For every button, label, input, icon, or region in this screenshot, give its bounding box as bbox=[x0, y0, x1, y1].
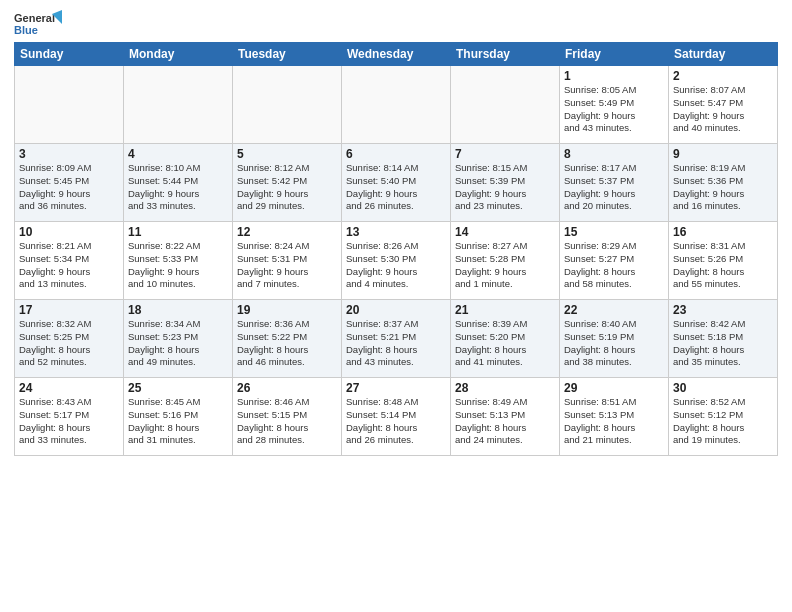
calendar-day-cell: 28Sunrise: 8:49 AM Sunset: 5:13 PM Dayli… bbox=[451, 378, 560, 456]
calendar-col-header: Tuesday bbox=[233, 43, 342, 66]
calendar-day-cell: 17Sunrise: 8:32 AM Sunset: 5:25 PM Dayli… bbox=[15, 300, 124, 378]
calendar-day-cell: 10Sunrise: 8:21 AM Sunset: 5:34 PM Dayli… bbox=[15, 222, 124, 300]
day-number: 28 bbox=[455, 381, 555, 395]
day-number: 23 bbox=[673, 303, 773, 317]
logo-icon: GeneralBlue bbox=[14, 10, 64, 36]
page-header: GeneralBlue bbox=[14, 10, 778, 36]
calendar-day-cell: 21Sunrise: 8:39 AM Sunset: 5:20 PM Dayli… bbox=[451, 300, 560, 378]
day-number: 4 bbox=[128, 147, 228, 161]
day-info: Sunrise: 8:27 AM Sunset: 5:28 PM Dayligh… bbox=[455, 240, 555, 291]
day-number: 8 bbox=[564, 147, 664, 161]
day-number: 3 bbox=[19, 147, 119, 161]
calendar-day-cell: 9Sunrise: 8:19 AM Sunset: 5:36 PM Daylig… bbox=[669, 144, 778, 222]
calendar-day-cell bbox=[15, 66, 124, 144]
day-info: Sunrise: 8:26 AM Sunset: 5:30 PM Dayligh… bbox=[346, 240, 446, 291]
svg-text:General: General bbox=[14, 12, 55, 24]
calendar-col-header: Friday bbox=[560, 43, 669, 66]
day-number: 25 bbox=[128, 381, 228, 395]
calendar-day-cell: 26Sunrise: 8:46 AM Sunset: 5:15 PM Dayli… bbox=[233, 378, 342, 456]
day-number: 30 bbox=[673, 381, 773, 395]
calendar-day-cell: 8Sunrise: 8:17 AM Sunset: 5:37 PM Daylig… bbox=[560, 144, 669, 222]
day-info: Sunrise: 8:14 AM Sunset: 5:40 PM Dayligh… bbox=[346, 162, 446, 213]
calendar-day-cell: 7Sunrise: 8:15 AM Sunset: 5:39 PM Daylig… bbox=[451, 144, 560, 222]
calendar-week-row: 10Sunrise: 8:21 AM Sunset: 5:34 PM Dayli… bbox=[15, 222, 778, 300]
day-number: 12 bbox=[237, 225, 337, 239]
day-number: 17 bbox=[19, 303, 119, 317]
day-number: 1 bbox=[564, 69, 664, 83]
day-info: Sunrise: 8:48 AM Sunset: 5:14 PM Dayligh… bbox=[346, 396, 446, 447]
day-number: 21 bbox=[455, 303, 555, 317]
calendar-day-cell: 4Sunrise: 8:10 AM Sunset: 5:44 PM Daylig… bbox=[124, 144, 233, 222]
day-info: Sunrise: 8:21 AM Sunset: 5:34 PM Dayligh… bbox=[19, 240, 119, 291]
day-info: Sunrise: 8:32 AM Sunset: 5:25 PM Dayligh… bbox=[19, 318, 119, 369]
day-info: Sunrise: 8:10 AM Sunset: 5:44 PM Dayligh… bbox=[128, 162, 228, 213]
calendar-week-row: 24Sunrise: 8:43 AM Sunset: 5:17 PM Dayli… bbox=[15, 378, 778, 456]
calendar-day-cell: 3Sunrise: 8:09 AM Sunset: 5:45 PM Daylig… bbox=[15, 144, 124, 222]
day-info: Sunrise: 8:29 AM Sunset: 5:27 PM Dayligh… bbox=[564, 240, 664, 291]
day-number: 6 bbox=[346, 147, 446, 161]
day-info: Sunrise: 8:12 AM Sunset: 5:42 PM Dayligh… bbox=[237, 162, 337, 213]
calendar-day-cell: 18Sunrise: 8:34 AM Sunset: 5:23 PM Dayli… bbox=[124, 300, 233, 378]
calendar-col-header: Thursday bbox=[451, 43, 560, 66]
calendar-table: SundayMondayTuesdayWednesdayThursdayFrid… bbox=[14, 42, 778, 456]
day-number: 13 bbox=[346, 225, 446, 239]
day-number: 7 bbox=[455, 147, 555, 161]
day-info: Sunrise: 8:24 AM Sunset: 5:31 PM Dayligh… bbox=[237, 240, 337, 291]
day-info: Sunrise: 8:15 AM Sunset: 5:39 PM Dayligh… bbox=[455, 162, 555, 213]
calendar-col-header: Monday bbox=[124, 43, 233, 66]
day-number: 22 bbox=[564, 303, 664, 317]
day-info: Sunrise: 8:42 AM Sunset: 5:18 PM Dayligh… bbox=[673, 318, 773, 369]
calendar-week-row: 3Sunrise: 8:09 AM Sunset: 5:45 PM Daylig… bbox=[15, 144, 778, 222]
day-number: 15 bbox=[564, 225, 664, 239]
day-info: Sunrise: 8:43 AM Sunset: 5:17 PM Dayligh… bbox=[19, 396, 119, 447]
calendar-day-cell bbox=[124, 66, 233, 144]
day-info: Sunrise: 8:49 AM Sunset: 5:13 PM Dayligh… bbox=[455, 396, 555, 447]
calendar-day-cell: 15Sunrise: 8:29 AM Sunset: 5:27 PM Dayli… bbox=[560, 222, 669, 300]
day-number: 24 bbox=[19, 381, 119, 395]
day-info: Sunrise: 8:22 AM Sunset: 5:33 PM Dayligh… bbox=[128, 240, 228, 291]
day-number: 5 bbox=[237, 147, 337, 161]
calendar-day-cell: 11Sunrise: 8:22 AM Sunset: 5:33 PM Dayli… bbox=[124, 222, 233, 300]
day-info: Sunrise: 8:17 AM Sunset: 5:37 PM Dayligh… bbox=[564, 162, 664, 213]
day-number: 2 bbox=[673, 69, 773, 83]
day-info: Sunrise: 8:07 AM Sunset: 5:47 PM Dayligh… bbox=[673, 84, 773, 135]
calendar-col-header: Sunday bbox=[15, 43, 124, 66]
calendar-day-cell: 30Sunrise: 8:52 AM Sunset: 5:12 PM Dayli… bbox=[669, 378, 778, 456]
calendar-day-cell: 27Sunrise: 8:48 AM Sunset: 5:14 PM Dayli… bbox=[342, 378, 451, 456]
logo: GeneralBlue bbox=[14, 10, 64, 36]
calendar-day-cell: 2Sunrise: 8:07 AM Sunset: 5:47 PM Daylig… bbox=[669, 66, 778, 144]
day-info: Sunrise: 8:45 AM Sunset: 5:16 PM Dayligh… bbox=[128, 396, 228, 447]
day-number: 9 bbox=[673, 147, 773, 161]
calendar-day-cell: 25Sunrise: 8:45 AM Sunset: 5:16 PM Dayli… bbox=[124, 378, 233, 456]
day-number: 29 bbox=[564, 381, 664, 395]
day-info: Sunrise: 8:34 AM Sunset: 5:23 PM Dayligh… bbox=[128, 318, 228, 369]
day-number: 16 bbox=[673, 225, 773, 239]
calendar-day-cell bbox=[451, 66, 560, 144]
day-info: Sunrise: 8:46 AM Sunset: 5:15 PM Dayligh… bbox=[237, 396, 337, 447]
calendar-day-cell: 1Sunrise: 8:05 AM Sunset: 5:49 PM Daylig… bbox=[560, 66, 669, 144]
calendar-day-cell: 29Sunrise: 8:51 AM Sunset: 5:13 PM Dayli… bbox=[560, 378, 669, 456]
calendar-header-row: SundayMondayTuesdayWednesdayThursdayFrid… bbox=[15, 43, 778, 66]
day-number: 27 bbox=[346, 381, 446, 395]
day-info: Sunrise: 8:37 AM Sunset: 5:21 PM Dayligh… bbox=[346, 318, 446, 369]
calendar-day-cell: 13Sunrise: 8:26 AM Sunset: 5:30 PM Dayli… bbox=[342, 222, 451, 300]
day-info: Sunrise: 8:19 AM Sunset: 5:36 PM Dayligh… bbox=[673, 162, 773, 213]
day-number: 18 bbox=[128, 303, 228, 317]
calendar-day-cell bbox=[233, 66, 342, 144]
calendar-day-cell: 20Sunrise: 8:37 AM Sunset: 5:21 PM Dayli… bbox=[342, 300, 451, 378]
day-number: 20 bbox=[346, 303, 446, 317]
day-number: 10 bbox=[19, 225, 119, 239]
svg-text:Blue: Blue bbox=[14, 24, 38, 36]
day-number: 19 bbox=[237, 303, 337, 317]
calendar-day-cell: 6Sunrise: 8:14 AM Sunset: 5:40 PM Daylig… bbox=[342, 144, 451, 222]
calendar-day-cell: 14Sunrise: 8:27 AM Sunset: 5:28 PM Dayli… bbox=[451, 222, 560, 300]
day-info: Sunrise: 8:36 AM Sunset: 5:22 PM Dayligh… bbox=[237, 318, 337, 369]
calendar-week-row: 1Sunrise: 8:05 AM Sunset: 5:49 PM Daylig… bbox=[15, 66, 778, 144]
calendar-day-cell bbox=[342, 66, 451, 144]
calendar-day-cell: 24Sunrise: 8:43 AM Sunset: 5:17 PM Dayli… bbox=[15, 378, 124, 456]
calendar-col-header: Wednesday bbox=[342, 43, 451, 66]
calendar-day-cell: 19Sunrise: 8:36 AM Sunset: 5:22 PM Dayli… bbox=[233, 300, 342, 378]
day-info: Sunrise: 8:39 AM Sunset: 5:20 PM Dayligh… bbox=[455, 318, 555, 369]
calendar-day-cell: 12Sunrise: 8:24 AM Sunset: 5:31 PM Dayli… bbox=[233, 222, 342, 300]
calendar-col-header: Saturday bbox=[669, 43, 778, 66]
